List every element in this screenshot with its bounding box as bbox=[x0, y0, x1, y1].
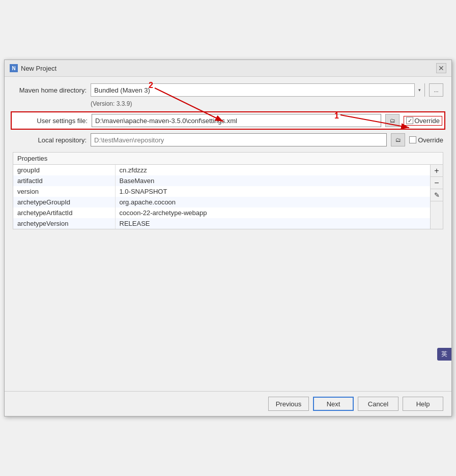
language-badge[interactable]: 英 bbox=[437, 348, 451, 361]
property-value: BaseMaven bbox=[115, 175, 430, 186]
maven-home-dropdown-arrow[interactable]: ▾ bbox=[414, 83, 424, 97]
property-key: artifactId bbox=[13, 175, 115, 186]
dialog-title: New Project bbox=[21, 65, 56, 72]
property-key: version bbox=[13, 186, 115, 197]
help-button[interactable]: Help bbox=[403, 397, 443, 411]
property-value: cocoon-22-archetype-webapp bbox=[115, 207, 430, 218]
maven-home-value: Bundled (Maven 3) bbox=[91, 86, 414, 94]
title-bar: N New Project ✕ bbox=[5, 60, 451, 77]
local-repo-input-wrapper[interactable] bbox=[91, 133, 387, 146]
override-section: Override bbox=[404, 116, 442, 126]
user-settings-override-label[interactable]: Override bbox=[414, 117, 440, 125]
properties-table: groupId cn.zfdzzz artifactId BaseMaven v… bbox=[13, 165, 430, 229]
property-value: 1.0-SNAPSHOT bbox=[115, 186, 430, 197]
version-text: (Version: 3.3.9) bbox=[91, 100, 443, 107]
maven-home-label: Maven home directory: bbox=[13, 86, 87, 94]
property-value: RELEASE bbox=[115, 218, 430, 229]
properties-buttons: + − ✎ bbox=[430, 165, 443, 229]
user-settings-row: User settings file: 🗂 Override bbox=[11, 111, 445, 130]
property-key: archetypeGroupId bbox=[13, 197, 115, 207]
remove-property-button[interactable]: − bbox=[431, 177, 443, 189]
edit-property-button[interactable]: ✎ bbox=[431, 189, 443, 201]
table-row[interactable]: archetypeGroupId org.apache.cocoon bbox=[13, 197, 430, 207]
user-settings-override-checkbox[interactable] bbox=[406, 117, 413, 124]
previous-button[interactable]: Previous bbox=[268, 397, 309, 411]
maven-home-browse-button[interactable]: ... bbox=[429, 83, 443, 97]
add-property-button[interactable]: + bbox=[431, 165, 443, 177]
spacer-area bbox=[13, 232, 443, 385]
property-value: cn.zfdzzz bbox=[115, 165, 430, 175]
table-row[interactable]: artifactId BaseMaven bbox=[13, 175, 430, 186]
content-area: Maven home directory: Bundled (Maven 3) … bbox=[5, 77, 451, 391]
cancel-button[interactable]: Cancel bbox=[358, 397, 398, 411]
local-repo-label: Local repository: bbox=[13, 136, 87, 144]
user-settings-input-wrapper[interactable] bbox=[92, 114, 381, 127]
user-settings-input[interactable] bbox=[95, 117, 378, 125]
property-key: archetypeArtifactId bbox=[13, 207, 115, 218]
table-row[interactable]: archetypeArtifactId cocoon-22-archetype-… bbox=[13, 207, 430, 218]
local-repo-browse-button[interactable]: 🗂 bbox=[391, 133, 405, 146]
maven-home-select-wrapper[interactable]: Bundled (Maven 3) ▾ bbox=[91, 83, 425, 97]
local-repo-override-wrapper: Override bbox=[409, 136, 443, 144]
new-project-dialog: N New Project ✕ 2 1 bbox=[4, 60, 452, 416]
dialog-icon: N bbox=[10, 64, 18, 72]
maven-home-row: Maven home directory: Bundled (Maven 3) … bbox=[13, 83, 443, 97]
local-repo-row: Local repository: 🗂 Override bbox=[13, 133, 443, 147]
table-row[interactable]: archetypeVersion RELEASE bbox=[13, 218, 430, 229]
local-repo-override-label[interactable]: Override bbox=[418, 136, 443, 144]
close-button[interactable]: ✕ bbox=[436, 63, 446, 73]
table-row[interactable]: version 1.0-SNAPSHOT bbox=[13, 186, 430, 197]
property-value: org.apache.cocoon bbox=[115, 197, 430, 207]
local-repo-override-checkbox[interactable] bbox=[409, 136, 416, 143]
properties-section: Properties groupId cn.zfdzzz artifactId … bbox=[13, 152, 443, 229]
user-settings-label: User settings file: bbox=[14, 117, 88, 125]
local-repo-input[interactable] bbox=[94, 136, 383, 144]
user-settings-browse-button[interactable]: 🗂 bbox=[385, 114, 400, 127]
next-button[interactable]: Next bbox=[313, 397, 354, 411]
footer: Previous Next Cancel Help bbox=[5, 391, 451, 416]
table-row[interactable]: groupId cn.zfdzzz bbox=[13, 165, 430, 175]
property-key: archetypeVersion bbox=[13, 218, 115, 229]
properties-header: Properties bbox=[13, 153, 443, 165]
property-key: groupId bbox=[13, 165, 115, 175]
dialog-inner: 2 1 Maven home directory: Bundled (Maven… bbox=[5, 77, 451, 391]
properties-with-buttons: groupId cn.zfdzzz artifactId BaseMaven v… bbox=[13, 165, 443, 229]
